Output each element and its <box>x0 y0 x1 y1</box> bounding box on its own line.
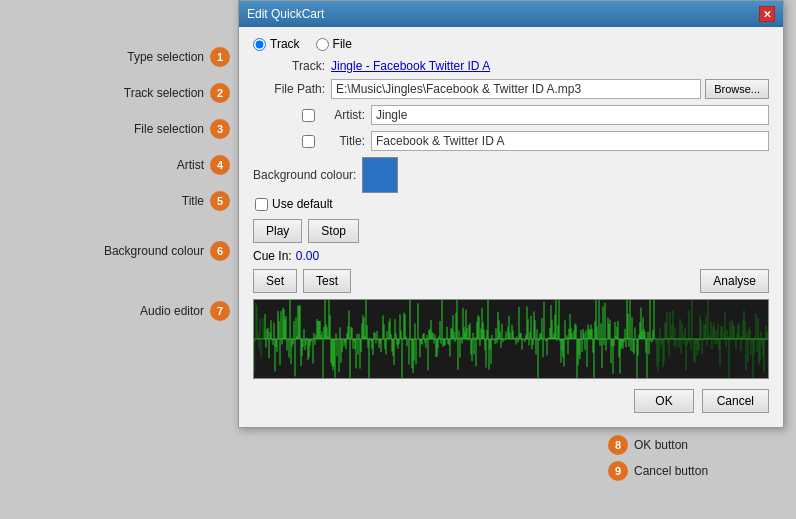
track-value-link[interactable]: Jingle - Facebook Twitter ID A <box>331 59 490 73</box>
ann-artist-label: Artist <box>177 158 204 172</box>
playback-row: Play Stop <box>253 219 769 243</box>
edit-quickcart-dialog: Edit QuickCart ✕ Track File Track: Jingl… <box>238 0 784 428</box>
annotations-panel: Type selection 1 Track selection 2 File … <box>0 30 230 324</box>
artist-input[interactable] <box>371 105 769 125</box>
waveform-display[interactable] <box>253 299 769 379</box>
ann-ok-label: OK button <box>634 438 688 452</box>
ann-file-badge: 3 <box>210 119 230 139</box>
stop-button[interactable]: Stop <box>308 219 359 243</box>
artist-field-label: Artist: <box>325 108 365 122</box>
browse-button[interactable]: Browse... <box>705 79 769 99</box>
title-input[interactable] <box>371 131 769 151</box>
dialog-title: Edit QuickCart <box>247 7 324 21</box>
dialog-titlebar: Edit QuickCart ✕ <box>239 1 783 27</box>
ann-artist-badge: 4 <box>210 155 230 175</box>
ann-file-label: File selection <box>134 122 204 136</box>
cue-in-label: Cue In: <box>253 249 292 263</box>
ann-audio-badge: 7 <box>210 301 230 321</box>
title-checkbox[interactable] <box>302 135 315 148</box>
type-selection-row: Track File <box>253 37 769 51</box>
ann-title-label: Title <box>182 194 204 208</box>
set-test-left: Set Test <box>253 269 351 293</box>
ann-bg-label: Background colour <box>104 244 204 258</box>
bg-colour-row: Background colour: <box>253 157 769 193</box>
ann-audio-label: Audio editor <box>140 304 204 318</box>
bottom-annotations: 8 OK button 9 Cancel button <box>608 435 708 481</box>
dialog-close-button[interactable]: ✕ <box>759 6 775 22</box>
artist-checkbox[interactable] <box>302 109 315 122</box>
filepath-input[interactable] <box>331 79 701 99</box>
track-label: Track: <box>253 59 325 73</box>
use-default-checkbox[interactable] <box>255 198 268 211</box>
use-default-label: Use default <box>272 197 333 211</box>
radio-file-option[interactable]: File <box>316 37 352 51</box>
ann-ok: 8 OK button <box>608 435 708 455</box>
file-selection-row: File Path: Browse... <box>253 79 769 99</box>
cue-in-value: 0.00 <box>296 249 346 263</box>
ann-cancel-badge: 9 <box>608 461 628 481</box>
analyse-button[interactable]: Analyse <box>700 269 769 293</box>
artist-inner: Artist: <box>325 105 769 125</box>
ann-title-badge: 5 <box>210 191 230 211</box>
radio-file-label: File <box>333 37 352 51</box>
set-test-row: Set Test Analyse <box>253 269 769 293</box>
dialog-body: Track File Track: Jingle - Facebook Twit… <box>239 27 783 427</box>
cancel-button[interactable]: Cancel <box>702 389 769 413</box>
play-button[interactable]: Play <box>253 219 302 243</box>
test-button[interactable]: Test <box>303 269 351 293</box>
colour-swatch[interactable] <box>362 157 398 193</box>
use-default-row: Use default <box>255 197 769 211</box>
dialog-footer: OK Cancel <box>253 389 769 417</box>
title-inner: Title: <box>325 131 769 151</box>
set-button[interactable]: Set <box>253 269 297 293</box>
filepath-label: File Path: <box>253 82 325 96</box>
title-checkbox-spacer <box>253 135 325 148</box>
waveform-canvas <box>254 300 768 378</box>
ann-cancel-label: Cancel button <box>634 464 708 478</box>
artist-row: Artist: <box>253 105 769 125</box>
ann-type-badge: 1 <box>210 47 230 67</box>
artist-checkbox-spacer <box>253 109 325 122</box>
radio-track-label: Track <box>270 37 300 51</box>
ann-cancel: 9 Cancel button <box>608 461 708 481</box>
radio-track-option[interactable]: Track <box>253 37 300 51</box>
title-field-label: Title: <box>325 134 365 148</box>
cue-in-row: Cue In: 0.00 <box>253 249 769 263</box>
bg-colour-label: Background colour: <box>253 168 356 182</box>
ann-track-badge: 2 <box>210 83 230 103</box>
radio-track-input[interactable] <box>253 38 266 51</box>
title-row: Title: <box>253 131 769 151</box>
radio-file-input[interactable] <box>316 38 329 51</box>
ok-button[interactable]: OK <box>634 389 693 413</box>
ann-bg-badge: 6 <box>210 241 230 261</box>
ann-type-label: Type selection <box>127 50 204 64</box>
track-selection-row: Track: Jingle - Facebook Twitter ID A <box>253 59 769 73</box>
ann-track-label: Track selection <box>124 86 204 100</box>
ann-ok-badge: 8 <box>608 435 628 455</box>
